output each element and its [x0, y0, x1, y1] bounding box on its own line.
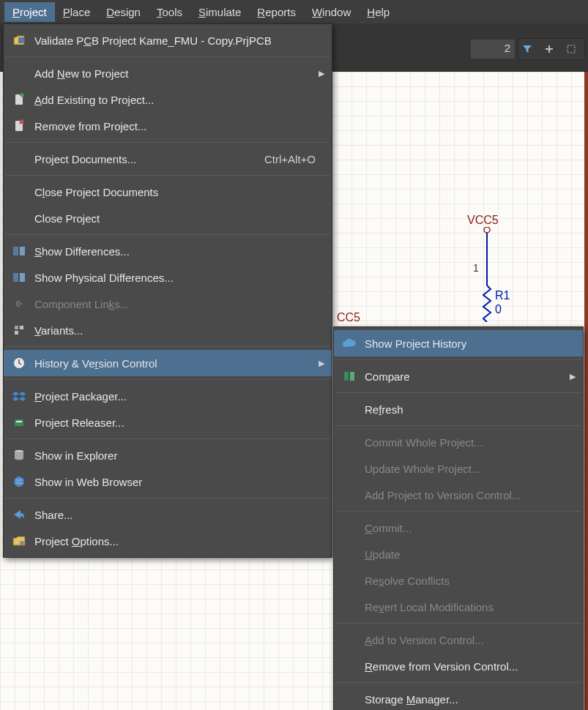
menu-simulate[interactable]: Simulate — [190, 2, 249, 22]
add-file-icon — [4, 93, 34, 106]
separator — [5, 346, 330, 347]
svg-rect-7 — [20, 273, 25, 282]
item-label: Compare — [365, 370, 565, 383]
releaser-icon — [4, 417, 34, 427]
item-compare[interactable]: Compare ▶ — [334, 363, 583, 389]
item-project-releaser[interactable]: Project Releaser... — [4, 409, 332, 436]
item-label: Project Releaser... — [34, 416, 324, 429]
item-label: Commit... — [365, 522, 576, 534]
item-validate[interactable]: Validate PCB Project Kame_FMU - Copy.Prj… — [4, 27, 332, 53]
svg-rect-18 — [350, 372, 354, 381]
svg-rect-6 — [13, 273, 18, 282]
menu-window[interactable]: Window — [304, 2, 359, 22]
item-show-in-explorer[interactable]: Show in Explorer — [4, 442, 332, 468]
item-label: Component Links... — [34, 298, 324, 310]
marquee-icon[interactable] — [566, 44, 581, 54]
item-label: Add New to Project — [34, 67, 314, 80]
item-show-differences[interactable]: Show Differences... — [4, 238, 332, 264]
diff-icon — [4, 246, 34, 256]
svg-rect-5 — [20, 247, 25, 255]
item-close-project[interactable]: Close Project — [4, 205, 332, 231]
item-label: Variants... — [34, 324, 324, 337]
svg-rect-1 — [18, 37, 24, 43]
item-label: Storage Manager... — [365, 693, 576, 706]
plus-icon[interactable] — [544, 44, 559, 54]
menu-place[interactable]: Place — [55, 2, 99, 22]
separator — [5, 56, 330, 57]
item-label: Share... — [34, 509, 324, 521]
item-label: Add to Version Control... — [365, 634, 576, 646]
item-resolve: Resolve Conflicts — [334, 567, 583, 594]
item-commit-whole: Commit Whole Project... — [334, 429, 583, 455]
menu-design[interactable]: Design — [98, 2, 149, 22]
item-show-project-history[interactable]: Show Project History — [334, 330, 583, 356]
submenu-arrow-icon: ▶ — [565, 372, 576, 381]
item-close-docs[interactable]: Close Project Documents — [4, 179, 332, 205]
item-component-links: Component Links... — [4, 291, 332, 317]
item-project-options[interactable]: Project Options... — [4, 528, 332, 554]
item-update: Update — [334, 541, 583, 567]
item-project-packager[interactable]: Project Packager... — [4, 383, 332, 409]
svg-rect-12 — [15, 419, 23, 426]
separator — [5, 498, 330, 498]
menu-project[interactable]: Project — [4, 2, 55, 22]
zoom-value-box[interactable]: 2 — [471, 40, 515, 59]
item-label: Update — [365, 548, 576, 561]
item-label: Add Existing to Project... — [34, 94, 324, 106]
svg-rect-9 — [20, 326, 23, 329]
item-label: Revert Local Modifications — [365, 601, 576, 613]
separator — [5, 438, 330, 439]
svg-rect-17 — [344, 372, 349, 381]
globe-icon — [4, 476, 34, 487]
item-label: Commit Whole Project... — [365, 436, 576, 449]
item-label: Project Documents... — [34, 153, 264, 165]
separator — [335, 623, 581, 624]
item-variants[interactable]: Variants... — [4, 317, 332, 343]
item-history-version-control[interactable]: History & Version Control ▶ — [4, 350, 332, 376]
item-label: Add Project to Version Control... — [365, 489, 576, 501]
submenu-arrow-icon: ▶ — [314, 359, 324, 368]
item-label: Show Differences... — [34, 245, 324, 258]
item-storage-manager[interactable]: Storage Manager... — [334, 686, 583, 710]
item-share[interactable]: Share... — [4, 501, 332, 528]
variants-icon — [4, 324, 34, 336]
folder-gear-icon — [4, 535, 34, 547]
item-project-documents[interactable]: Project Documents... Ctrl+Alt+O — [4, 146, 332, 172]
item-revert: Revert Local Modifications — [334, 594, 583, 620]
item-add-project-vc: Add Project to Version Control... — [334, 482, 583, 508]
item-label: Close Project Documents — [34, 186, 324, 198]
project-dropdown: Validate PCB Project Kame_FMU - Copy.Prj… — [3, 23, 332, 558]
item-remove-vc[interactable]: Remove from Version Control... — [334, 653, 583, 679]
item-label: Close Project — [34, 212, 324, 225]
cloud-history-icon — [334, 338, 365, 348]
remove-file-icon — [4, 119, 34, 132]
filter-icon[interactable] — [522, 44, 537, 54]
separator — [5, 142, 330, 143]
item-label: History & Version Control — [34, 357, 314, 370]
disk-icon — [4, 449, 34, 461]
svg-rect-10 — [15, 331, 18, 335]
menu-reports[interactable]: Reports — [249, 2, 304, 22]
item-add-existing[interactable]: Add Existing to Project... — [4, 86, 332, 113]
item-label: Project Packager... — [34, 390, 324, 403]
item-label: Show Physical Differences... — [34, 272, 324, 284]
menu-tools[interactable]: Tools — [149, 2, 190, 22]
menu-help[interactable]: Help — [359, 2, 398, 22]
svg-rect-0 — [567, 45, 575, 53]
shortcut-label: Ctrl+Alt+O — [264, 153, 316, 165]
item-label: Remove from Version Control... — [365, 660, 576, 673]
separator — [335, 392, 581, 393]
item-refresh[interactable]: Refresh — [334, 396, 583, 422]
item-show-in-browser[interactable]: Show in Web Browser — [4, 468, 332, 495]
view-tool-tray — [518, 38, 585, 60]
separator — [5, 175, 330, 176]
share-icon — [4, 509, 34, 520]
item-show-physical-diff[interactable]: Show Physical Differences... — [4, 264, 332, 291]
validate-icon — [4, 34, 34, 46]
item-label: Show in Explorer — [34, 449, 324, 462]
separator — [335, 682, 581, 683]
compare-icon — [334, 371, 365, 381]
item-label: Validate PCB Project Kame_FMU - Copy.Prj… — [34, 34, 324, 47]
item-add-new[interactable]: Add New to Project ▶ — [4, 60, 332, 86]
item-remove[interactable]: Remove from Project... — [4, 113, 332, 139]
